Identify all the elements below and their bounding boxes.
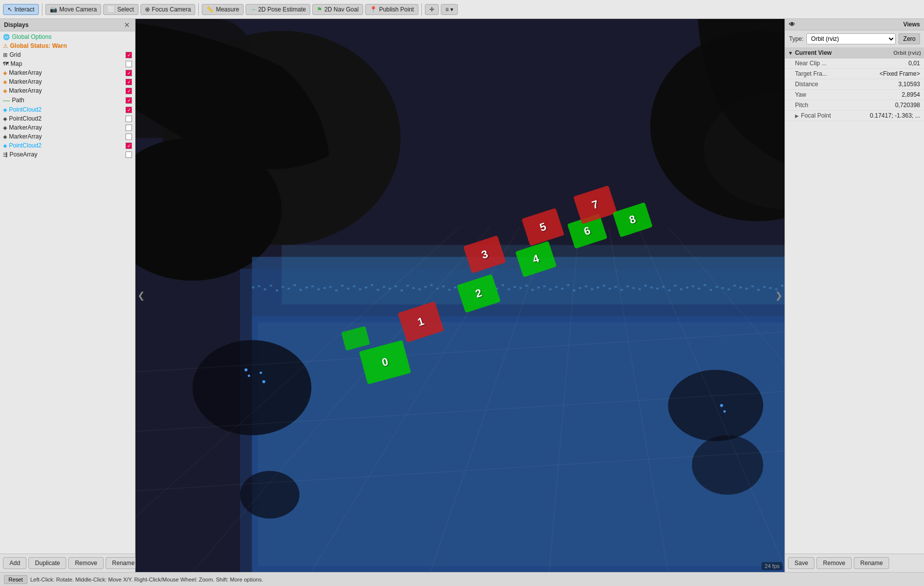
display-item-pointcloud1[interactable]: ◈ PointCloud2 xyxy=(0,105,135,114)
prop-pitch: Pitch 0,720398 xyxy=(785,100,924,111)
map-checkbox[interactable] xyxy=(126,61,132,67)
crosshair-icon: ✛ xyxy=(429,6,434,13)
pose-estimate-button[interactable]: → 2D Pose Estimate xyxy=(246,4,310,15)
select-button[interactable]: ⬜ Select xyxy=(103,4,138,15)
svg-point-128 xyxy=(723,410,726,413)
displays-title: Displays xyxy=(4,21,28,28)
display-item-markerarray4[interactable]: ◈ MarkerArray xyxy=(0,123,135,132)
globe-icon: 🌐 xyxy=(3,34,10,40)
prop-distance: Distance 3,10593 xyxy=(785,79,924,90)
display-item-grid[interactable]: ⊞ Grid xyxy=(0,50,135,59)
crosshair-button[interactable]: ✛ xyxy=(425,4,439,15)
rename-view-button[interactable]: Rename xyxy=(854,557,889,569)
more-button[interactable]: ≡ ▾ xyxy=(441,4,458,15)
grid-icon: ⊞ xyxy=(3,52,7,58)
display-item-map[interactable]: 🗺 Map xyxy=(0,59,135,68)
display-item-pointcloud3[interactable]: ◈ PointCloud2 xyxy=(0,141,135,150)
pointcloud3-checkbox[interactable] xyxy=(126,143,132,149)
current-view-value: Orbit (rviz) xyxy=(893,50,921,56)
markerarray3-checkbox[interactable] xyxy=(126,88,132,94)
svg-point-113 xyxy=(240,471,299,518)
nav-goal-button[interactable]: ⚑ 2D Nav Goal xyxy=(312,4,363,15)
markerarray2-checkbox[interactable] xyxy=(126,79,132,85)
display-label-global-status: Global Status: Warn xyxy=(10,42,132,49)
path-icon: — xyxy=(3,96,10,104)
measure-label: Measure xyxy=(216,6,239,13)
pointcloud-icon-2: ◈ xyxy=(3,116,7,122)
add-button[interactable]: Add xyxy=(3,557,26,569)
prop-target-frame: Target Fra... <Fixed Frame> xyxy=(785,69,924,79)
views-spacer xyxy=(785,301,924,554)
focus-label: Focus Camera xyxy=(152,6,191,13)
markerarray4-checkbox[interactable] xyxy=(126,125,132,131)
nav-icon: ⚑ xyxy=(317,6,322,13)
marker-icon-1: ◈ xyxy=(3,70,7,76)
displays-close-button[interactable]: ✕ xyxy=(123,21,131,29)
near-clip-label: Near Clip ... xyxy=(795,60,909,67)
posearray-checkbox[interactable] xyxy=(126,151,132,158)
svg-point-111 xyxy=(668,370,763,441)
display-label-markerarray5: MarkerArray xyxy=(9,133,124,140)
svg-rect-8 xyxy=(252,287,255,289)
publish-label: Publish Point xyxy=(379,6,414,13)
pointcloud2-checkbox[interactable] xyxy=(126,116,132,122)
display-label-posearray: PoseArray xyxy=(9,151,124,158)
move-camera-label: Move Camera xyxy=(59,6,97,13)
publish-point-button[interactable]: 📍 Publish Point xyxy=(365,4,418,15)
pointcloud1-checkbox[interactable] xyxy=(126,107,132,113)
display-item-markerarray2[interactable]: ◈ MarkerArray xyxy=(0,77,135,86)
target-frame-label: Target Fra... xyxy=(795,70,880,77)
remove-display-button[interactable]: Remove xyxy=(68,557,104,569)
display-label-markerarray4: MarkerArray xyxy=(9,124,124,131)
svg-rect-109 xyxy=(281,245,785,304)
duplicate-button[interactable]: Duplicate xyxy=(28,557,66,569)
svg-point-110 xyxy=(192,340,311,436)
interact-button[interactable]: ↖ Interact xyxy=(3,4,39,15)
displays-header: Displays ✕ xyxy=(0,19,135,31)
display-item-posearray[interactable]: ⇶ PoseArray xyxy=(0,150,135,159)
main-area: Displays ✕ 🌐 Global Options ⚠ Global Sta… xyxy=(0,19,924,572)
display-label-pointcloud1: PointCloud2 xyxy=(9,106,124,113)
current-view-header[interactable]: ▼ Current View Orbit (rviz) xyxy=(785,48,924,58)
prop-focal-point: ▶ Focal Point 0.17417; -1.363; ... xyxy=(785,111,924,121)
measure-button[interactable]: 📏 Measure xyxy=(202,4,244,15)
statusbar: Reset Left-Click: Rotate. Middle-Click: … xyxy=(0,572,924,586)
displays-footer: Add Duplicate Remove Rename xyxy=(0,554,135,572)
camera-icon: 📷 xyxy=(50,6,57,13)
viewport-right-arrow[interactable]: ❯ xyxy=(773,288,785,303)
path-checkbox[interactable] xyxy=(126,97,132,104)
display-item-path[interactable]: — Path xyxy=(0,95,135,105)
remove-view-button[interactable]: Remove xyxy=(816,557,852,569)
more-icon: ≡ ▾ xyxy=(445,6,453,13)
display-item-markerarray5[interactable]: ◈ MarkerArray xyxy=(0,132,135,141)
views-footer: Save Remove Rename xyxy=(785,554,924,572)
fps-counter: 24 fps xyxy=(762,562,783,570)
svg-point-126 xyxy=(248,375,250,377)
views-type-select[interactable]: Orbit (rviz) xyxy=(806,33,896,44)
display-item-pointcloud2[interactable]: ◈ PointCloud2 xyxy=(0,114,135,123)
viewport-left-arrow[interactable]: ❮ xyxy=(135,288,147,303)
views-zero-button[interactable]: Zero xyxy=(899,33,920,44)
save-view-button[interactable]: Save xyxy=(788,557,814,569)
prop-yaw: Yaw 2,8954 xyxy=(785,90,924,100)
display-item-global-options[interactable]: 🌐 Global Options xyxy=(0,32,135,41)
toolbar: ↖ Interact 📷 Move Camera ⬜ Select ⊕ Focu… xyxy=(0,0,924,19)
move-camera-button[interactable]: 📷 Move Camera xyxy=(45,4,101,15)
marker-icon-4: ◈ xyxy=(3,125,7,131)
grid-checkbox[interactable] xyxy=(126,52,132,58)
markerarray1-checkbox[interactable] xyxy=(126,70,132,76)
display-item-global-status[interactable]: ⚠ Global Status: Warn xyxy=(0,41,135,50)
svg-rect-11 xyxy=(270,285,272,287)
reset-button[interactable]: Reset xyxy=(4,575,27,584)
focus-camera-button[interactable]: ⊕ Focus Camera xyxy=(140,4,196,15)
display-label-path: Path xyxy=(12,97,124,104)
toolbar-separator-3 xyxy=(421,3,422,15)
target-frame-value: <Fixed Frame> xyxy=(880,70,920,77)
marker-icon-2: ◈ xyxy=(3,79,7,85)
viewport[interactable]: 0 1 2 3 4 5 xyxy=(135,19,785,572)
select-label: Select xyxy=(117,6,133,13)
display-item-markerarray3[interactable]: ◈ MarkerArray xyxy=(0,86,135,95)
display-label-markerarray3: MarkerArray xyxy=(9,87,124,94)
display-item-markerarray1[interactable]: ◈ MarkerArray xyxy=(0,68,135,77)
markerarray5-checkbox[interactable] xyxy=(126,134,132,140)
